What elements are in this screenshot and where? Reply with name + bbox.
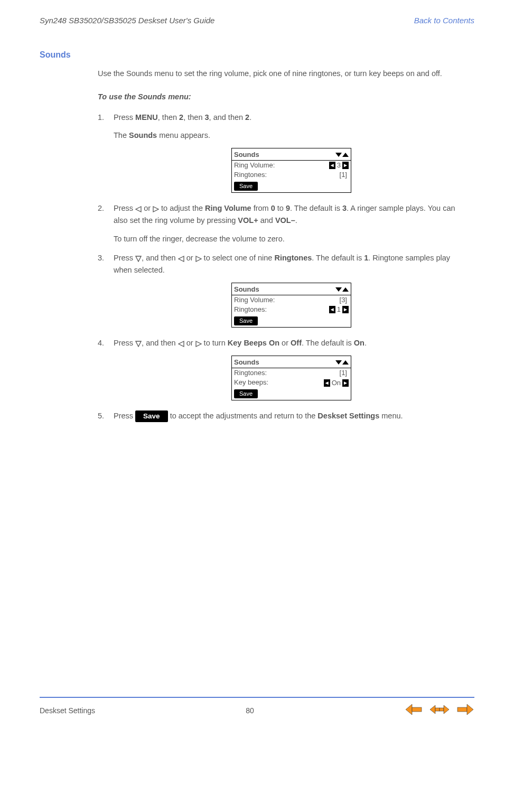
svg-marker-8 bbox=[406, 704, 412, 715]
lcd1-row2-value: [1] bbox=[338, 171, 349, 179]
subheading: To use the Sounds menu: bbox=[98, 91, 469, 102]
lcd1-ring-volume-selector: ◄ 3 ► bbox=[329, 162, 349, 169]
svg-marker-1 bbox=[153, 207, 158, 212]
scroll-indicator-icon bbox=[335, 153, 349, 157]
lcd2-row1-value: [3] bbox=[338, 296, 349, 304]
section-title: Sounds bbox=[40, 50, 474, 60]
content-area: Use the Sounds menu to set the ring volu… bbox=[98, 68, 469, 422]
lcd3-title: Sounds bbox=[234, 357, 259, 368]
left-arrow-icon bbox=[178, 253, 184, 264]
svg-rect-11 bbox=[435, 708, 440, 711]
svg-marker-7 bbox=[196, 341, 201, 347]
lcd2-row1-label: Ring Volume: bbox=[234, 296, 275, 304]
step-1: Press MENU, then 2, then 3, and then 2. … bbox=[98, 111, 469, 193]
step-2-sub: To turn off the ringer, decrease the vol… bbox=[114, 233, 469, 245]
svg-marker-5 bbox=[136, 341, 141, 347]
svg-marker-15 bbox=[467, 704, 473, 715]
scroll-indicator-icon bbox=[335, 287, 349, 292]
svg-rect-9 bbox=[412, 707, 422, 712]
next-page-button[interactable] bbox=[455, 703, 474, 717]
steps-list: Press MENU, then 2, then 3, and then 2. … bbox=[98, 111, 469, 422]
right-arrow-icon bbox=[195, 338, 202, 349]
selector-left-icon: ◄ bbox=[329, 162, 335, 169]
svg-marker-4 bbox=[196, 256, 201, 262]
lcd1-title: Sounds bbox=[234, 150, 259, 160]
down-arrow-icon bbox=[135, 253, 142, 264]
selector-left-icon: ◄ bbox=[329, 306, 335, 313]
step-4: Press , and then or to turn Key Beeps On… bbox=[98, 337, 469, 400]
lcd3-save-softkey: Save bbox=[234, 389, 258, 398]
back-forward-button[interactable] bbox=[429, 703, 450, 717]
prev-page-button[interactable] bbox=[405, 703, 424, 717]
svg-marker-10 bbox=[430, 705, 435, 714]
svg-marker-0 bbox=[136, 207, 141, 212]
footer-section: Deskset Settings bbox=[40, 706, 95, 715]
save-softkey: Save bbox=[135, 410, 168, 422]
lcd-screenshot-3: Sounds Ringtones: [1] Key beeps: ◄ On bbox=[114, 356, 469, 400]
page-footer: Deskset Settings 80 bbox=[40, 697, 474, 717]
down-arrow-icon bbox=[135, 338, 142, 349]
lcd1-row2-label: Ringtones: bbox=[234, 171, 267, 179]
back-to-contents-link[interactable]: Back to Contents bbox=[414, 16, 474, 25]
scroll-indicator-icon bbox=[335, 360, 349, 365]
lcd-screenshot-2: Sounds Ring Volume: [3] Ringtones: ◄ 1 bbox=[114, 283, 469, 328]
header-left: Syn248 SB35020/SB35025 Deskset User's Gu… bbox=[40, 16, 214, 25]
selector-right-icon: ► bbox=[342, 162, 349, 169]
lcd3-row1-value: [1] bbox=[338, 369, 349, 377]
right-arrow-icon bbox=[153, 203, 159, 214]
intro-text: Use the Sounds menu to set the ring volu… bbox=[98, 68, 469, 79]
lcd1-save-softkey: Save bbox=[234, 182, 258, 191]
menu-key: MENU bbox=[135, 113, 158, 122]
svg-marker-13 bbox=[444, 705, 449, 714]
lcd3-keybeeps-selector: ◄ On ► bbox=[324, 379, 349, 387]
selector-right-icon: ► bbox=[342, 379, 349, 387]
selector-left-icon: ◄ bbox=[324, 379, 330, 387]
lcd2-ringtones-selector: ◄ 1 ► bbox=[329, 306, 349, 313]
footer-page-number: 80 bbox=[246, 706, 254, 715]
step-3: Press , and then or to select one of nin… bbox=[98, 252, 469, 328]
svg-marker-2 bbox=[136, 256, 141, 262]
left-arrow-icon bbox=[135, 203, 142, 214]
svg-marker-3 bbox=[179, 256, 184, 262]
selector-right-icon: ► bbox=[342, 306, 349, 313]
lcd-screenshot-1: Sounds Ring Volume: ◄ 3 ► R bbox=[114, 148, 469, 193]
step-5: Press Save to accept the adjustments and… bbox=[98, 410, 469, 422]
lcd2-title: Sounds bbox=[234, 284, 259, 295]
left-arrow-icon bbox=[178, 338, 184, 349]
right-arrow-icon bbox=[195, 253, 202, 264]
lcd3-row2-label: Key beeps: bbox=[234, 378, 268, 387]
svg-rect-14 bbox=[457, 707, 467, 712]
lcd3-row1-label: Ringtones: bbox=[234, 369, 267, 377]
lcd2-save-softkey: Save bbox=[234, 316, 258, 325]
step-1-sub: The Sounds menu appears. bbox=[114, 129, 469, 141]
svg-rect-12 bbox=[440, 708, 444, 711]
step-2: Press or to adjust the Ring Volume from … bbox=[98, 202, 469, 245]
svg-marker-6 bbox=[179, 341, 184, 347]
page-header: Syn248 SB35020/SB35025 Deskset User's Gu… bbox=[40, 16, 474, 25]
lcd1-row1-label: Ring Volume: bbox=[234, 161, 275, 170]
nav-arrows bbox=[405, 703, 474, 717]
lcd2-row2-label: Ringtones: bbox=[234, 305, 267, 314]
